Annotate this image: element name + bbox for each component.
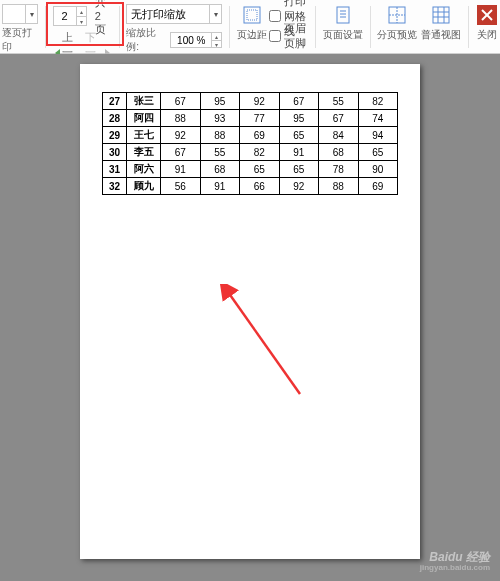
table-cell: 65 <box>279 161 319 178</box>
page-setup-button[interactable]: 页面设置 <box>323 4 363 42</box>
table-cell: 66 <box>240 178 280 195</box>
chevron-down-icon[interactable]: ▾ <box>25 5 37 23</box>
table-cell: 94 <box>358 127 398 144</box>
group-page-nav: ▴ ▾ 共 2 页 上一页 下一页 <box>53 4 112 52</box>
table-cell: 阿六 <box>127 161 161 178</box>
watermark: Baidu 经验 jingyan.baidu.com <box>420 551 490 573</box>
table-cell: 68 <box>319 144 359 161</box>
zoom-mode-combo[interactable]: ▾ <box>126 4 222 24</box>
chevron-down-icon[interactable]: ▾ <box>209 5 221 23</box>
table-cell: 65 <box>279 127 319 144</box>
separator <box>229 6 230 48</box>
table-cell: 68 <box>200 161 240 178</box>
table-cell: 67 <box>319 110 359 127</box>
row-print-label: 逐页打印 <box>2 26 38 54</box>
page-number-input[interactable] <box>54 10 76 22</box>
workspace: 27张三67959267558228阿四88937795677429王七9288… <box>0 54 500 581</box>
table-cell: 92 <box>161 127 201 144</box>
table-cell: 29 <box>103 127 127 144</box>
table-cell: 李五 <box>127 144 161 161</box>
row-print-combo[interactable]: ▾ <box>2 4 38 24</box>
table-cell: 阿四 <box>127 110 161 127</box>
zoom-mode-input[interactable] <box>127 8 209 20</box>
table-cell: 95 <box>200 93 240 110</box>
close-icon <box>476 4 498 26</box>
group-row-print: ▾ 逐页打印 <box>2 4 38 52</box>
table-cell: 82 <box>358 93 398 110</box>
page-spinner[interactable]: ▴ ▾ <box>76 7 86 25</box>
table-cell: 67 <box>161 144 201 161</box>
separator <box>45 6 46 48</box>
table-cell: 55 <box>319 93 359 110</box>
table-cell: 69 <box>358 178 398 195</box>
separator <box>370 6 371 48</box>
normal-view-button[interactable]: 普通视图 <box>421 4 461 42</box>
spinner-up-icon[interactable]: ▴ <box>76 7 86 16</box>
table-cell: 顾九 <box>127 178 161 195</box>
close-label: 关闭 <box>477 28 497 42</box>
table-cell: 32 <box>103 178 127 195</box>
table-row: 29王七928869658494 <box>103 127 398 144</box>
table-cell: 31 <box>103 161 127 178</box>
table-row: 32顾九569166928869 <box>103 178 398 195</box>
svg-rect-0 <box>244 7 260 23</box>
normal-view-label: 普通视图 <box>421 28 461 42</box>
table-cell: 82 <box>240 144 280 161</box>
zoom-ratio-combo[interactable]: ▴ ▾ <box>170 32 222 48</box>
table-cell: 92 <box>279 178 319 195</box>
table-cell: 77 <box>240 110 280 127</box>
table-cell: 27 <box>103 93 127 110</box>
separator <box>468 6 469 48</box>
spinner-up-icon[interactable]: ▴ <box>211 33 221 40</box>
table-cell: 65 <box>358 144 398 161</box>
table-cell: 55 <box>200 144 240 161</box>
page-setup-icon <box>332 4 354 26</box>
margins-label: 页边距 <box>237 28 267 42</box>
page-break-preview-button[interactable]: 分页预览 <box>377 4 417 42</box>
table-cell: 90 <box>358 161 398 178</box>
zoom-spinner[interactable]: ▴ ▾ <box>211 33 221 47</box>
separator <box>315 6 316 48</box>
table-cell: 74 <box>358 110 398 127</box>
margins-icon <box>241 4 263 26</box>
data-table: 27张三67959267558228阿四88937795677429王七9288… <box>102 92 398 195</box>
row-print-input[interactable] <box>3 8 25 20</box>
table-cell: 28 <box>103 110 127 127</box>
table-cell: 91 <box>279 144 319 161</box>
table-cell: 张三 <box>127 93 161 110</box>
gridlines-check-input[interactable] <box>269 10 281 22</box>
table-cell: 88 <box>200 127 240 144</box>
page-preview: 27张三67959267558228阿四88937795677429王七9288… <box>80 64 420 559</box>
table-cell: 95 <box>279 110 319 127</box>
spinner-down-icon[interactable]: ▾ <box>76 16 86 25</box>
page-break-preview-label: 分页预览 <box>377 28 417 42</box>
page-setup-label: 页面设置 <box>323 28 363 42</box>
page-break-preview-icon <box>386 4 408 26</box>
table-cell: 67 <box>279 93 319 110</box>
table-cell: 67 <box>161 93 201 110</box>
zoom-ratio-input[interactable] <box>171 33 211 47</box>
annotation-arrow-icon <box>220 284 310 404</box>
table-row: 31阿六916865657890 <box>103 161 398 178</box>
table-row: 30李五675582916865 <box>103 144 398 161</box>
svg-rect-1 <box>247 10 257 20</box>
watermark-brand: Baidu 经验 <box>429 550 490 564</box>
separator <box>119 6 120 48</box>
margins-button[interactable]: 页边距 <box>237 4 267 42</box>
table-cell: 88 <box>319 178 359 195</box>
table-cell: 78 <box>319 161 359 178</box>
header-footer-checkbox[interactable]: 页眉页脚 <box>269 26 308 46</box>
header-footer-label: 页眉页脚 <box>284 21 308 51</box>
table-cell: 65 <box>240 161 280 178</box>
table-cell: 91 <box>200 178 240 195</box>
group-zoom: ▾ 缩放比例: ▴ ▾ <box>126 4 222 52</box>
page-number-input-wrap[interactable]: ▴ ▾ <box>53 6 87 26</box>
table-cell: 69 <box>240 127 280 144</box>
table-row: 28阿四889377956774 <box>103 110 398 127</box>
close-button[interactable]: 关闭 <box>476 4 498 42</box>
table-cell: 30 <box>103 144 127 161</box>
spinner-down-icon[interactable]: ▾ <box>211 40 221 47</box>
header-footer-check-input[interactable] <box>269 30 281 42</box>
table-cell: 92 <box>240 93 280 110</box>
watermark-url: jingyan.baidu.com <box>420 564 490 573</box>
